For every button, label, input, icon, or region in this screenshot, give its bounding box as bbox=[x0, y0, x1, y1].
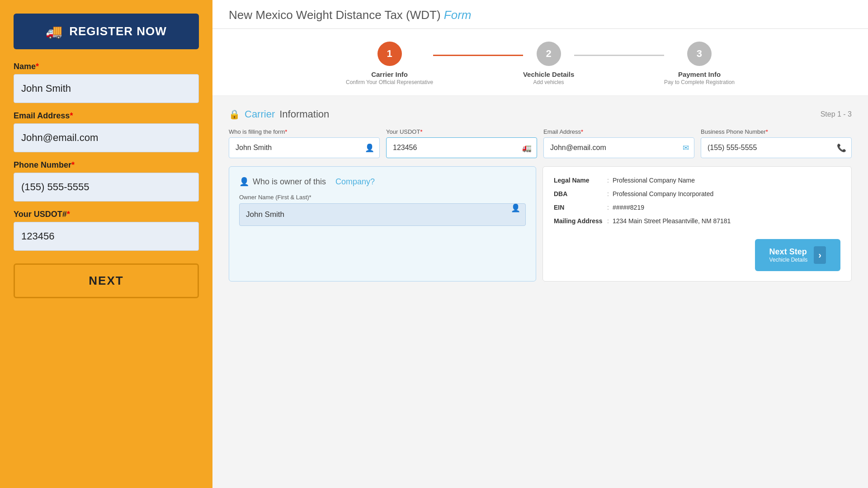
step-3-circle: 3 bbox=[687, 42, 712, 66]
step-2-circle: 2 bbox=[537, 42, 561, 66]
owner-name-label: Owner Name (First & Last)* bbox=[239, 194, 526, 201]
usdot-carrier-input-wrap: 🚛 bbox=[386, 137, 537, 158]
email-input[interactable] bbox=[14, 123, 199, 152]
mailing-row: Mailing Address : 1234 Main Street Pleas… bbox=[554, 217, 840, 225]
usdot-carrier-field: Your USDOT* 🚛 bbox=[386, 128, 537, 158]
lock-icon: 🔒 bbox=[229, 109, 240, 120]
usdot-carrier-input[interactable] bbox=[386, 137, 537, 158]
phone-carrier-input-wrap: 📞 bbox=[701, 137, 852, 158]
carrier-word: Carrier bbox=[245, 108, 275, 120]
owner-name-input-wrap: 👤 bbox=[239, 203, 526, 226]
legal-name-val: Professional Company Name bbox=[613, 177, 695, 184]
owner-box: 👤 Who is owner of this Company? Owner Na… bbox=[229, 166, 536, 282]
name-field-group: Name* bbox=[14, 62, 199, 103]
usdot-carrier-label: Your USDOT* bbox=[386, 128, 537, 135]
step-2-sub: Add vehicles bbox=[523, 79, 574, 85]
owner-person-icon: 👤 bbox=[239, 177, 249, 187]
phone-carrier-label: Business Phone Number* bbox=[701, 128, 852, 135]
section-title-suffix: Information bbox=[279, 108, 329, 120]
step-label: Step 1 - 3 bbox=[821, 110, 852, 118]
form-title-main: New Mexico Weight Distance Tax (WDT) bbox=[229, 8, 441, 22]
step-2-title: Vechicle Details bbox=[523, 70, 574, 78]
ein-val: #####8219 bbox=[613, 204, 644, 211]
step-3-info: Payment Info Pay to Complete Registratio… bbox=[664, 70, 735, 85]
owner-box-title: 👤 Who is owner of this Company? bbox=[239, 177, 526, 187]
carrier-fields-row: Who is filling the form* 👤 Your USDOT* 🚛 bbox=[229, 128, 852, 158]
dba-key: DBA bbox=[554, 190, 604, 197]
usdot-label: Your USDOT#* bbox=[14, 210, 199, 219]
step-1-node: 1 Carrier Info Confirm Your Official Rep… bbox=[346, 42, 433, 85]
step-3-node: 3 Payment Info Pay to Complete Registrat… bbox=[664, 42, 735, 85]
next-step-text-wrap: Next Step Vechicle Details bbox=[769, 247, 808, 263]
company-section: 👤 Who is owner of this Company? Owner Na… bbox=[229, 166, 852, 282]
usdot-input[interactable] bbox=[14, 222, 199, 251]
step-1-circle: 1 bbox=[377, 42, 402, 66]
next-button[interactable]: NEXT bbox=[14, 263, 199, 298]
section-title: 🔒 Carrier Information bbox=[229, 108, 329, 120]
info-box: Legal Name : Professional Company Name D… bbox=[542, 166, 852, 282]
connector-1-2 bbox=[433, 55, 523, 56]
email-carrier-field: Email Address* ✉ bbox=[543, 128, 694, 158]
ein-key: EIN bbox=[554, 204, 604, 211]
phone-carrier-input[interactable] bbox=[701, 137, 852, 158]
name-label: Name* bbox=[14, 62, 199, 71]
mailing-key: Mailing Address bbox=[554, 217, 604, 225]
step-1-sub: Confirm Your Official Representative bbox=[346, 79, 433, 85]
next-step-main: Next Step bbox=[769, 247, 807, 257]
phone-carrier-field: Business Phone Number* 📞 bbox=[701, 128, 852, 158]
email-carrier-label: Email Address* bbox=[543, 128, 694, 135]
phone-field-group: Phone Number* bbox=[14, 160, 199, 202]
who-filling-input-wrap: 👤 bbox=[229, 137, 380, 158]
dba-val: Professional Company Incorporated bbox=[613, 190, 713, 197]
phone-label: Phone Number* bbox=[14, 160, 199, 170]
step-1-info: Carrier Info Confirm Your Official Repre… bbox=[346, 70, 433, 85]
form-content: 🔒 Carrier Information Step 1 - 3 Who is … bbox=[212, 96, 868, 488]
next-step-sub: Vechicle Details bbox=[769, 257, 808, 263]
usdot-field-group: Your USDOT#* bbox=[14, 210, 199, 251]
legal-name-row: Legal Name : Professional Company Name bbox=[554, 177, 840, 184]
who-filling-input[interactable] bbox=[229, 137, 380, 158]
step-2-node: 2 Vechicle Details Add vehicles bbox=[523, 42, 574, 85]
ein-row: EIN : #####8219 bbox=[554, 204, 840, 211]
next-step-button[interactable]: Next Step Vechicle Details › bbox=[755, 239, 840, 271]
email-field-group: Email Address* bbox=[14, 111, 199, 152]
step-3-title: Payment Info bbox=[664, 70, 735, 78]
next-step-wrap: Next Step Vechicle Details › bbox=[554, 239, 840, 271]
owner-name-input[interactable] bbox=[239, 203, 526, 226]
section-header: 🔒 Carrier Information Step 1 - 3 bbox=[229, 108, 852, 120]
email-label: Email Address* bbox=[14, 111, 199, 121]
connector-2-3 bbox=[574, 55, 664, 56]
step-1-title: Carrier Info bbox=[346, 70, 433, 78]
who-filling-field: Who is filling the form* 👤 bbox=[229, 128, 380, 158]
legal-name-key: Legal Name bbox=[554, 177, 604, 184]
name-input[interactable] bbox=[14, 74, 199, 103]
dba-row: DBA : Professional Company Incorporated bbox=[554, 190, 840, 197]
next-step-arrow-icon: › bbox=[814, 246, 826, 264]
stepper: 1 Carrier Info Confirm Your Official Rep… bbox=[212, 29, 868, 96]
email-carrier-input[interactable] bbox=[543, 137, 694, 158]
truck-icon: 🚚 bbox=[46, 23, 63, 39]
left-panel: 🚚 REGISTER NOW Name* Email Address* Phon… bbox=[0, 0, 212, 488]
who-filling-label: Who is filling the form* bbox=[229, 128, 380, 135]
form-title-form: Form bbox=[444, 8, 472, 22]
register-label: REGISTER NOW bbox=[69, 24, 167, 38]
step-2-info: Vechicle Details Add vehicles bbox=[523, 70, 574, 85]
step-3-sub: Pay to Complete Registration bbox=[664, 79, 735, 85]
phone-input[interactable] bbox=[14, 173, 199, 202]
register-now-button[interactable]: 🚚 REGISTER NOW bbox=[14, 14, 199, 49]
right-panel: New Mexico Weight Distance Tax (WDT) For… bbox=[212, 0, 868, 488]
mailing-val: 1234 Main Street Pleasantville, NM 87181 bbox=[613, 217, 731, 225]
form-title-bar: New Mexico Weight Distance Tax (WDT) For… bbox=[212, 0, 868, 29]
email-carrier-input-wrap: ✉ bbox=[543, 137, 694, 158]
